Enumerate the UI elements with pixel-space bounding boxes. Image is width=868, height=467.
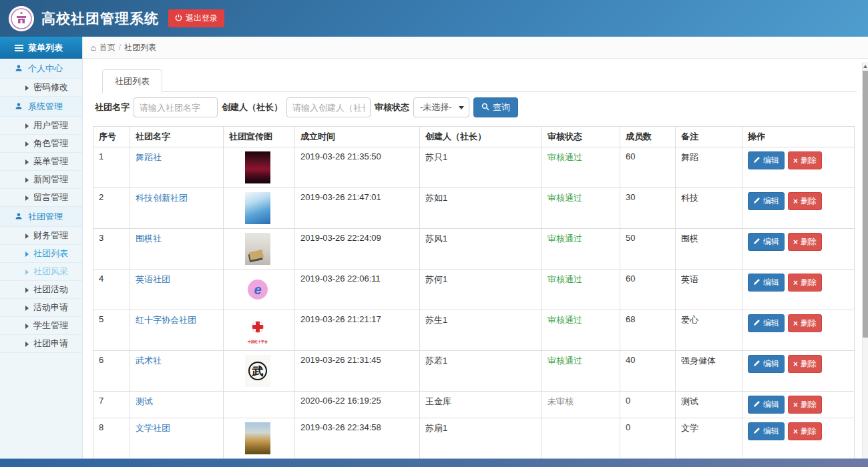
vertical-scrollbar[interactable]	[862, 62, 868, 467]
delete-button-label: 删除	[801, 426, 817, 437]
club-name-link[interactable]: 测试	[136, 396, 153, 406]
table-row: 8文学社团2019-03-26 22:34:58苏扇10文学编辑×删除	[93, 418, 855, 459]
scrollbar-thumb[interactable]	[863, 71, 868, 338]
club-name-link[interactable]: 武术社	[136, 356, 162, 366]
sidebar-item-student-mgmt[interactable]: 学生管理	[0, 317, 82, 335]
edit-button[interactable]: 编辑	[748, 314, 785, 332]
table-row: 3围棋社2019-03-26 22:24:09苏风1审核通过50围棋编辑×删除	[93, 229, 855, 270]
status-select[interactable]: -未选择-	[413, 97, 469, 117]
creator-input[interactable]	[286, 97, 371, 117]
sidebar-item-menu-mgmt[interactable]: 菜单管理	[0, 153, 82, 171]
caret-right-icon	[25, 234, 29, 239]
red-cross-logo-image: 中国红十字会	[245, 314, 270, 346]
note-cell: 强身健体	[676, 351, 742, 392]
sidebar-item-finance-mgmt[interactable]: 财务管理	[0, 227, 82, 245]
edit-button[interactable]: 编辑	[748, 233, 785, 251]
column-header-8: 操作	[742, 127, 855, 147]
actions-cell: 编辑×删除	[742, 270, 855, 310]
delete-button[interactable]: ×删除	[788, 422, 822, 440]
club-image-cell: 武	[224, 351, 295, 392]
delete-button-label: 删除	[801, 358, 817, 370]
delete-button[interactable]: ×删除	[788, 274, 822, 292]
search-button[interactable]: 查询	[473, 97, 518, 117]
delete-button[interactable]: ×删除	[788, 396, 822, 414]
row-index-cell: 6	[93, 351, 130, 392]
sidebar-item-label: 密码修改	[33, 81, 68, 93]
club-name-link[interactable]: 红十字协会社团	[136, 315, 196, 325]
edit-button[interactable]: 编辑	[748, 396, 785, 414]
edit-button-label: 编辑	[763, 318, 779, 329]
club-name-cell: 科技创新社团	[130, 188, 224, 229]
x-icon: ×	[793, 197, 798, 205]
members-cell: 40	[620, 351, 676, 392]
scroll-up-arrow-icon[interactable]	[863, 65, 867, 68]
delete-button[interactable]: ×删除	[788, 151, 822, 169]
breadcrumb: ⌂ 首页 / 社团列表	[83, 37, 868, 59]
club-name-link[interactable]: 围棋社	[136, 234, 162, 244]
breadcrumb-home[interactable]: 首页	[99, 42, 116, 53]
club-name-link[interactable]: 英语社团	[136, 274, 170, 284]
logout-button[interactable]: 退出登录	[168, 9, 224, 27]
sidebar-item-label: 社团管理	[28, 211, 63, 223]
sidebar-item-club-list[interactable]: 社团列表	[0, 245, 82, 263]
club-name-link[interactable]: 科技创新社团	[136, 193, 188, 203]
edit-button[interactable]: 编辑	[748, 192, 785, 210]
club-name-link[interactable]: 文学社团	[136, 423, 170, 433]
pencil-icon	[753, 238, 761, 247]
sidebar-item-label: 社团活动	[33, 284, 68, 296]
actions-cell: 编辑×删除	[742, 147, 855, 188]
club-image-cell	[224, 418, 295, 459]
table-row: 2科技创新社团2019-03-26 21:47:01苏如1审核通过30科技编辑×…	[93, 188, 855, 229]
status-cell: 审核通过	[542, 270, 620, 310]
note-cell: 测试	[676, 392, 742, 418]
sidebar-item-personal-center[interactable]: 个人中心	[0, 59, 82, 79]
power-icon	[175, 14, 182, 23]
sidebar-item-message-mgmt[interactable]: 留言管理	[0, 189, 82, 207]
wushu-calligraphy-image: 武	[245, 355, 270, 387]
club-name-input[interactable]	[134, 97, 218, 117]
sidebar-item-label: 活动申请	[33, 302, 68, 314]
club-name-link[interactable]: 舞蹈社	[136, 152, 162, 162]
delete-button[interactable]: ×删除	[788, 233, 822, 251]
creator-cell: 王金库	[420, 392, 542, 418]
edit-button[interactable]: 编辑	[748, 355, 785, 373]
thumb-caption: 中国红十字会	[245, 340, 270, 344]
sidebar-item-system-mgmt[interactable]: 系统管理	[0, 97, 82, 117]
sidebar-item-club-activity[interactable]: 社团活动	[0, 281, 82, 299]
sidebar-item-club-apply[interactable]: 社团申请	[0, 335, 82, 353]
sidebar-item-news-mgmt[interactable]: 新闻管理	[0, 171, 82, 189]
column-header-0: 序号	[93, 127, 130, 147]
sidebar-item-label: 社团列表	[33, 248, 68, 260]
members-cell: 0	[620, 392, 676, 418]
status-cell: 审核通过	[542, 351, 620, 392]
pencil-icon	[753, 319, 761, 328]
edit-button[interactable]: 编辑	[748, 151, 785, 169]
sidebar-item-club-mgmt[interactable]: 社团管理	[0, 207, 82, 227]
sidebar-item-activity-apply[interactable]: 活动申请	[0, 299, 82, 317]
menu-list-header: 菜单列表	[0, 37, 82, 59]
thumb-glyph: 武	[248, 362, 267, 380]
creator-cell: 苏若1	[420, 351, 542, 392]
tab-club-list[interactable]: 社团列表	[102, 69, 162, 93]
delete-button[interactable]: ×删除	[788, 192, 822, 210]
sidebar-item-role-mgmt[interactable]: 角色管理	[0, 135, 82, 153]
thumb-glyph: e	[248, 280, 268, 300]
created-time-cell: 2019-03-26 21:21:17	[295, 310, 420, 351]
delete-button[interactable]: ×删除	[788, 355, 822, 373]
tabs-bar: 社团列表	[102, 69, 857, 92]
row-index-cell: 8	[93, 418, 130, 459]
sidebar-item-label: 新闻管理	[33, 173, 68, 185]
user-icon	[15, 102, 23, 112]
caret-right-icon	[25, 270, 29, 275]
sidebar-item-club-gallery[interactable]: 社团风采	[0, 263, 82, 281]
go-board-photo-image	[245, 233, 270, 265]
edit-button[interactable]: 编辑	[748, 422, 785, 440]
sidebar-item-user-mgmt[interactable]: 用户管理	[0, 117, 82, 135]
delete-button-label: 删除	[801, 277, 817, 288]
sidebar-item-password-change[interactable]: 密码修改	[0, 79, 82, 97]
delete-button[interactable]: ×删除	[788, 314, 822, 332]
edit-button[interactable]: 编辑	[748, 274, 785, 292]
dance-stage-poster-image	[245, 151, 270, 183]
x-icon: ×	[793, 401, 798, 409]
members-cell: 60	[620, 270, 676, 310]
